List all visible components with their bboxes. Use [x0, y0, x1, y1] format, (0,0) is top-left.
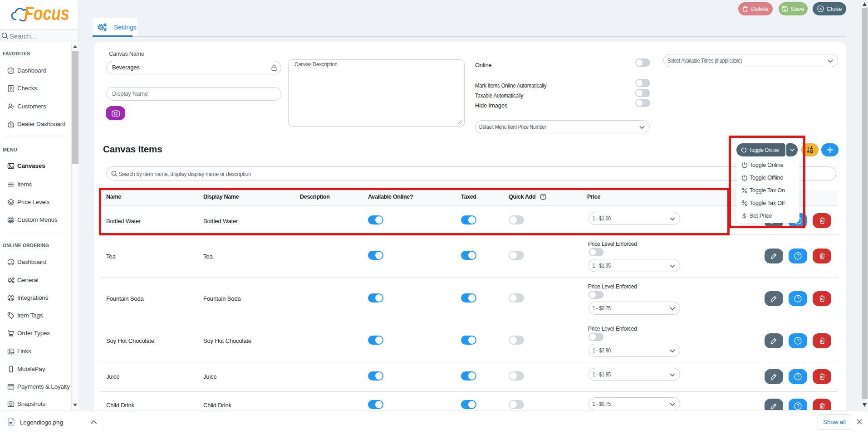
- svg-text:?: ?: [797, 253, 799, 258]
- svg-text:Focus: Focus: [24, 5, 69, 23]
- svg-text:?: ?: [797, 338, 799, 343]
- svg-text:?: ?: [797, 403, 799, 409]
- svg-text:?: ?: [797, 296, 799, 301]
- svg-text:?: ?: [797, 374, 799, 379]
